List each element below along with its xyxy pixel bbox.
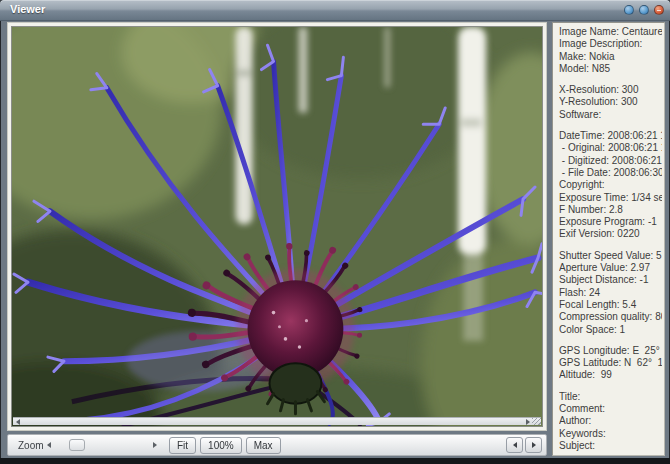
metadata-panel: Image Name: Centaurea.jpg Image Descript…	[552, 22, 665, 456]
metadata-line: Comment:	[559, 403, 662, 415]
metadata-line: Focal Length: 5.4	[559, 299, 662, 311]
zoom-slider-thumb[interactable]	[69, 439, 85, 451]
zoom-label: Zoom	[18, 440, 44, 451]
metadata-line: Image Name: Centaurea.jpg	[559, 26, 662, 38]
metadata-line: GPS Longitude: E 25° 43' 56"	[559, 345, 662, 357]
slider-left-arrow-icon[interactable]	[44, 438, 54, 452]
next-arrow-icon	[532, 442, 536, 448]
metadata-line: Exif Version: 0220	[559, 228, 662, 240]
slider-right-arrow-icon[interactable]	[150, 438, 160, 452]
metadata-line	[559, 336, 662, 345]
metadata-line: - Original: 2008:06:21 19:15:09	[559, 142, 662, 154]
viewer-window: Viewer	[0, 0, 670, 464]
metadata-line: Altitude: 99	[559, 369, 662, 381]
metadata-line: Subject Distance: -1	[559, 274, 662, 286]
metadata-line	[559, 241, 662, 250]
zoom-slider[interactable]	[56, 437, 148, 453]
metadata-line: Model: N85	[559, 63, 662, 75]
next-image-button[interactable]	[525, 437, 542, 453]
metadata-line: Flash: 24	[559, 287, 662, 299]
metadata-line: - File Date: 2008:06:30 17:23:18	[559, 167, 662, 179]
metadata-line: Color Space: 1	[559, 324, 662, 336]
metadata-line: Compression quality: 80	[559, 311, 662, 323]
window-controls	[624, 5, 664, 15]
image-viewport	[7, 22, 547, 431]
zoom-toolbar: Zoom Fit 100% Max	[7, 434, 547, 456]
metadata-line: GPS Latitude: N 62° 13' 45"	[559, 357, 662, 369]
metadata-line: Shutter Speed Value: 5.107	[559, 250, 662, 262]
metadata-line: Software:	[559, 109, 662, 121]
cornflower-photo	[12, 27, 542, 426]
metadata-line: Image Description:	[559, 38, 662, 50]
resize-grip-icon[interactable]	[532, 418, 541, 425]
titlebar[interactable]: Viewer	[0, 0, 670, 21]
window-title: Viewer	[10, 3, 45, 15]
metadata-line: Subject:	[559, 440, 662, 452]
fit-button[interactable]: Fit	[169, 437, 196, 454]
metadata-line	[559, 382, 662, 391]
titlebar-button-blue-1[interactable]	[624, 5, 634, 15]
metadata-line: Y-Resolution: 300	[559, 96, 662, 108]
scroll-right-icon[interactable]	[523, 418, 532, 425]
photo-canvas	[11, 26, 543, 427]
metadata-line: Aperture Value: 2.97	[559, 262, 662, 274]
metadata-line: X-Resolution: 300	[559, 84, 662, 96]
titlebar-button-blue-2[interactable]	[639, 5, 649, 15]
window-bottom-edge	[0, 458, 670, 464]
metadata-line: Title:	[559, 391, 662, 403]
metadata-line	[559, 121, 662, 130]
prev-arrow-icon	[513, 442, 517, 448]
max-button[interactable]: Max	[246, 437, 281, 454]
zoom-100-button[interactable]: 100%	[200, 437, 242, 454]
metadata-line: Author:	[559, 415, 662, 427]
titlebar-button-close[interactable]	[654, 5, 664, 15]
scroll-left-icon[interactable]	[13, 418, 22, 425]
metadata-line: Keywords:	[559, 428, 662, 440]
previous-image-button[interactable]	[506, 437, 523, 453]
metadata-line	[559, 75, 662, 84]
horizontal-scrollbar[interactable]	[13, 417, 541, 425]
metadata-line: Copyright:	[559, 179, 662, 191]
metadata-line: DateTime: 2008:06:21 19:08:14	[559, 130, 662, 142]
metadata-line: F Number: 2.8	[559, 204, 662, 216]
metadata-line: Exposure Program: -1	[559, 216, 662, 228]
metadata-line: Exposure Time: 1/34 sec	[559, 192, 662, 204]
metadata-line: Make: Nokia	[559, 51, 662, 63]
metadata-line: - Digitized: 2008:06:21 19:15:09	[559, 155, 662, 167]
